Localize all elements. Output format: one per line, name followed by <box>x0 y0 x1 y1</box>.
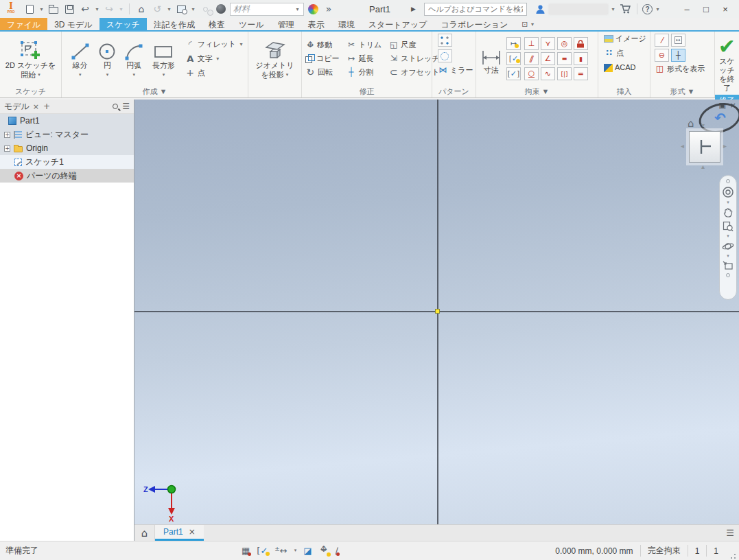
rectangle-button[interactable]: 長方形 ▾ <box>149 38 178 80</box>
dimension-display-dropdown-icon[interactable]: ▾ <box>294 549 297 552</box>
document-tab-close-icon[interactable]: × <box>189 527 196 537</box>
arc-dropdown-icon[interactable]: ▾ <box>133 71 136 80</box>
trim-button[interactable]: ✂ トリム <box>346 40 382 50</box>
collinear-constraint-button[interactable]: ∠ <box>541 52 555 65</box>
fillet-dropdown-icon[interactable]: ▾ <box>238 39 244 49</box>
panel-label-constrain[interactable]: 拘束 ▼ <box>476 86 598 97</box>
text-button[interactable]: A 文字 ▾ <box>185 54 244 64</box>
center-point-button[interactable]: ┼ <box>671 49 685 62</box>
viewcube[interactable] <box>689 131 720 163</box>
physical-material-icon[interactable] <box>214 2 228 16</box>
look-at-icon[interactable] <box>723 261 734 270</box>
dimension-display-icon[interactable]: ±↔ <box>274 546 287 556</box>
panel-label-create[interactable]: 作成 ▼ <box>62 86 248 97</box>
finish-sketch-button[interactable]: ✔ スケッチ を終了 <box>718 34 736 93</box>
browser-add-tab-icon[interactable]: + <box>43 102 50 111</box>
panel-label-format[interactable]: 形式 ▼ <box>650 86 714 97</box>
open-file-icon[interactable] <box>47 2 60 16</box>
tangent-constraint-button[interactable]: ○ <box>524 67 539 80</box>
close-button[interactable]: × <box>716 2 735 16</box>
title-forward-icon[interactable]: ▶ <box>410 5 417 12</box>
extend-button[interactable]: ↦ 延長 <box>346 54 382 64</box>
navbar-handle-top[interactable] <box>726 179 730 183</box>
user-avatar-icon[interactable] <box>533 2 547 16</box>
tab-inspect[interactable]: 検査 <box>202 18 232 30</box>
tab-3d-model[interactable]: 3D モデル <box>47 18 99 30</box>
tab-collaborate[interactable]: コラボレーション <box>434 18 515 30</box>
fix-constraint-button[interactable] <box>574 37 588 50</box>
viewport-canvas[interactable]: ▣ × ⌂ ↶ ◂ ▸ ▾ ▴ ▾ ▾ ▾ <box>134 100 739 524</box>
coincident-constraint-button[interactable]: ⋎ <box>541 37 555 50</box>
construction-line-button[interactable]: ∕ <box>655 34 669 47</box>
zoom-dropdown-icon[interactable]: ▾ <box>727 235 729 238</box>
start-2d-sketch-dropdown-icon[interactable]: ▾ <box>38 71 40 80</box>
symmetric-constraint-button[interactable]: [|] <box>557 67 572 80</box>
ribbon-display-toggle[interactable]: ⊡ ▾ <box>521 18 535 30</box>
viewcube-rotate-left-icon[interactable]: ◂ <box>681 142 684 150</box>
return-icon[interactable]: ↺ <box>150 2 164 16</box>
tab-sketch[interactable]: スケッチ <box>99 18 147 30</box>
tree-item-sketch1[interactable]: スケッチ1 <box>0 155 134 169</box>
grid-snap-icon[interactable]: ▦ <box>242 546 250 556</box>
tab-tools[interactable]: ツール <box>232 18 271 30</box>
line-dropdown-icon[interactable]: ▾ <box>79 71 82 80</box>
orbit-icon[interactable] <box>722 241 734 252</box>
new-file-icon[interactable] <box>23 2 36 16</box>
insert-image-button[interactable]: イメージ <box>604 34 646 44</box>
account-dropdown-icon[interactable]: ▾ <box>610 6 616 12</box>
return-dropdown-icon[interactable]: ▾ <box>166 6 172 12</box>
username[interactable] <box>549 4 608 14</box>
orbit-dropdown-icon[interactable]: ▾ <box>727 255 729 258</box>
concentric-constraint-button[interactable]: ◎ <box>557 37 572 50</box>
help-icon[interactable]: ? <box>642 4 653 14</box>
show-format-button[interactable]: ◫ 形式を表示 <box>655 64 705 74</box>
minimize-button[interactable]: – <box>677 2 696 16</box>
resize-grip[interactable] <box>727 550 737 560</box>
tree-item-end-of-part[interactable]: × パーツの終端 <box>0 169 134 183</box>
arc-button[interactable]: 円弧 ▾ <box>121 38 146 80</box>
undo-dropdown-icon[interactable]: ▾ <box>94 6 100 12</box>
text-dropdown-icon[interactable]: ▾ <box>215 54 221 64</box>
circle-dropdown-icon[interactable]: ▾ <box>106 71 109 80</box>
undo-icon[interactable]: ↩ <box>78 2 92 16</box>
origin-point[interactable] <box>435 309 440 314</box>
equal-constraint-button[interactable]: = <box>574 67 588 80</box>
tab-annotate[interactable]: 注記を作成 <box>147 18 202 30</box>
relax-mode-icon[interactable]: ∕ <box>336 546 338 556</box>
dimension-button[interactable]: 寸法 <box>480 43 503 75</box>
fillet-button[interactable]: ◜ フィレット ▾ <box>185 39 244 49</box>
import-acad-button[interactable]: ACAD <box>604 62 636 73</box>
browser-close-icon[interactable]: × <box>33 102 39 111</box>
point-button[interactable]: + 点 <box>185 68 244 78</box>
expander-icon[interactable]: + <box>4 132 10 138</box>
redo-dropdown-icon[interactable]: ▾ <box>118 6 124 12</box>
help-dropdown-icon[interactable]: ▾ <box>655 6 661 12</box>
line-button[interactable]: 線分 ▾ <box>67 38 93 80</box>
centerline-button[interactable]: ⊖ <box>655 49 669 62</box>
rotate-button[interactable]: ↻ 回転 <box>305 67 340 78</box>
inventor-logo[interactable]: I PRO <box>4 3 18 15</box>
store-cart-icon[interactable] <box>618 2 632 16</box>
rectangular-pattern-button[interactable] <box>438 34 452 47</box>
expander-icon[interactable]: + <box>4 145 10 152</box>
perpendicular-constraint-button[interactable]: ⊥ <box>524 37 539 50</box>
browser-tab-model[interactable]: モデル × <box>4 101 39 113</box>
save-icon[interactable] <box>62 2 76 16</box>
appearance-wheel-icon[interactable] <box>306 2 320 16</box>
slice-graphics-icon[interactable]: ◪ <box>303 546 312 556</box>
horizontal-constraint-button[interactable]: ▬ <box>557 52 572 65</box>
circular-pattern-button[interactable] <box>438 49 452 62</box>
tree-item-part1[interactable]: Part1 <box>0 114 134 128</box>
tree-item-origin[interactable]: + Origin <box>0 141 134 155</box>
viewcube-rotate-up-icon[interactable]: ▾ <box>701 121 705 129</box>
tab-getting-started[interactable]: スタートアップ <box>362 18 434 30</box>
mirror-button[interactable]: ⋈ ミラー <box>438 65 473 75</box>
navbar-handle-bottom[interactable] <box>726 273 730 277</box>
command-search-input[interactable] <box>424 3 527 16</box>
document-tab-part1[interactable]: Part1 × <box>155 525 204 541</box>
parallel-constraint-button[interactable]: ∥ <box>524 52 539 65</box>
new-file-dropdown-icon[interactable]: ▾ <box>38 6 45 12</box>
project-geometry-button[interactable]: ジオメトリ を投影 ▾ <box>255 38 294 80</box>
smooth-constraint-button[interactable]: ∿ <box>541 67 555 80</box>
constraint-settings-button[interactable]: [✓ <box>506 52 521 65</box>
